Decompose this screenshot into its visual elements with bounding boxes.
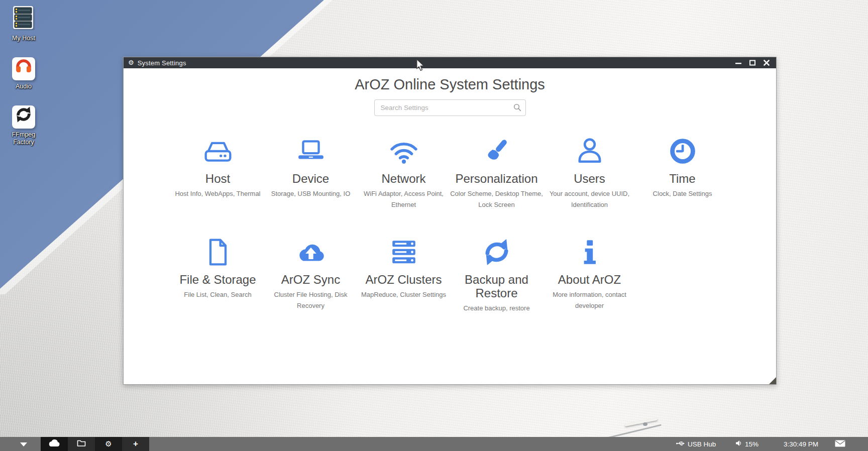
tile-desc: Your account, device UUID, Identificatio… [543, 188, 636, 210]
settings-tile-file-storage[interactable]: File & Storage File List, Clean, Search [171, 238, 264, 314]
desktop-shortcut-ffmpeg[interactable]: FFmpeg Factory [4, 105, 43, 146]
settings-tile-backup-restore[interactable]: Backup and Restore Create backup, restor… [450, 238, 543, 314]
laptop-icon [296, 137, 325, 166]
headphones-icon [12, 57, 35, 80]
clock-label: 3:30:49 PM [784, 440, 818, 448]
cloud-icon [48, 439, 60, 449]
settings-tile-personalization[interactable]: Personalization Color Scheme, Desktop Th… [450, 137, 543, 210]
wallpaper-pebble [643, 422, 647, 426]
user-icon [575, 137, 604, 166]
tile-desc: More information, contact developer [543, 289, 636, 311]
settings-tile-aroz-clusters[interactable]: ArOZ Clusters MapReduce, Cluster Setting… [357, 238, 450, 314]
server-stack-icon [389, 238, 418, 267]
tile-desc: WiFi Adaptor, Access Point, Ethernet [357, 188, 450, 210]
tile-title: Users [574, 172, 605, 185]
taskbar-cloud-button[interactable] [41, 437, 68, 451]
tile-title: Host [205, 172, 230, 185]
desktop-shortcut-label: My Host [4, 35, 43, 42]
settings-tile-users[interactable]: Users Your account, device UUID, Identif… [543, 137, 636, 210]
page-title: ArOZ Online System Settings [124, 76, 776, 93]
wifi-icon [388, 137, 419, 166]
taskbar-usb-status[interactable]: USB Hub [676, 437, 716, 451]
volume-label: 15% [745, 440, 758, 448]
tile-desc: Storage, USB Mounting, IO [271, 188, 351, 199]
sync-icon [482, 238, 511, 267]
maximize-button[interactable] [749, 59, 756, 66]
cloud-upload-icon [295, 238, 327, 267]
gear-icon: ⚙ [105, 437, 112, 451]
settings-grid-row-1: Host Host Info, WebApps, Thermal Device … [171, 137, 729, 210]
mail-icon [835, 440, 848, 448]
folder-icon [77, 439, 86, 449]
tile-title: Network [381, 172, 425, 185]
usb-label: USB Hub [688, 440, 716, 448]
close-button[interactable] [763, 59, 770, 66]
settings-tile-network[interactable]: Network WiFi Adaptor, Access Point, Ethe… [357, 137, 450, 210]
settings-tile-aroz-sync[interactable]: ArOZ Sync Cluster File Hosting, Disk Rec… [264, 238, 357, 314]
taskbar-caret-down-icon[interactable] [20, 442, 27, 446]
window-content: ArOZ Online System Settings [124, 68, 776, 384]
file-icon [203, 238, 233, 267]
window-controls [735, 59, 776, 66]
hdd-icon [203, 137, 233, 166]
taskbar-mail-button[interactable] [835, 437, 848, 451]
tile-title: Time [669, 172, 695, 185]
speaker-icon [735, 440, 745, 448]
desktop-shortcut-label: Audio [4, 83, 43, 90]
search-box [374, 99, 526, 116]
taskbar-volume-status[interactable]: 15% [735, 437, 758, 451]
recycle-icon [12, 105, 35, 129]
tile-desc: File List, Clean, Search [184, 289, 251, 300]
tile-title: About ArOZ [558, 273, 621, 286]
window-resize-handle[interactable] [769, 377, 776, 384]
wallpaper-stick [624, 418, 658, 427]
taskbar-add-button[interactable]: + [122, 437, 149, 451]
settings-grid-row-2: File & Storage File List, Clean, Search … [171, 238, 636, 314]
paintbrush-icon [482, 137, 511, 166]
clock-icon [668, 137, 697, 166]
usb-icon [676, 440, 688, 448]
tile-desc: Color Scheme, Desktop Theme, Lock Screen [450, 188, 543, 210]
settings-tile-time[interactable]: Time Clock, Date Settings [636, 137, 729, 210]
search-icon [513, 103, 521, 114]
desktop-icon-column: My Host Audio FFmpeg Factory [4, 5, 43, 161]
desktop-shortcut-my-host[interactable]: My Host [4, 5, 43, 42]
tile-title: Device [292, 172, 329, 185]
tile-desc: Create backup, restore [463, 303, 529, 314]
window-title: System Settings [138, 59, 186, 67]
tile-title: File & Storage [179, 273, 256, 286]
taskbar-settings-button[interactable]: ⚙ [95, 437, 122, 451]
tile-title: Backup and Restore [450, 273, 543, 300]
tile-title: ArOZ Clusters [365, 273, 442, 286]
taskbar-clock[interactable]: 3:30:49 PM [784, 437, 818, 451]
taskbar: ⚙ + USB Hub 15% [0, 437, 868, 451]
gear-icon: ⚙ [128, 57, 134, 68]
settings-tile-device[interactable]: Device Storage, USB Mounting, IO [264, 137, 357, 210]
server-icon [12, 5, 35, 32]
search-input[interactable] [374, 99, 526, 116]
tile-title: Personalization [455, 172, 537, 185]
plus-icon: + [133, 437, 138, 451]
desktop-shortcut-label: FFmpeg Factory [4, 131, 43, 146]
tile-desc: Host Info, WebApps, Thermal [175, 188, 260, 199]
system-settings-window: ⚙ System Settings ArOZ Online System Set… [123, 57, 777, 385]
tile-desc: Cluster File Hosting, Disk Recovery [264, 289, 357, 311]
tile-desc: Clock, Date Settings [653, 188, 712, 199]
info-icon [575, 238, 604, 267]
tile-desc: MapReduce, Cluster Settings [361, 289, 446, 300]
settings-tile-about-aroz[interactable]: About ArOZ More information, contact dev… [543, 238, 636, 314]
minimize-button[interactable] [735, 59, 742, 66]
settings-tile-host[interactable]: Host Host Info, WebApps, Thermal [171, 137, 264, 210]
desktop-shortcut-audio[interactable]: Audio [4, 57, 43, 90]
taskbar-folder-button[interactable] [68, 437, 95, 451]
window-titlebar[interactable]: ⚙ System Settings [124, 57, 776, 68]
tile-title: ArOZ Sync [281, 273, 340, 286]
